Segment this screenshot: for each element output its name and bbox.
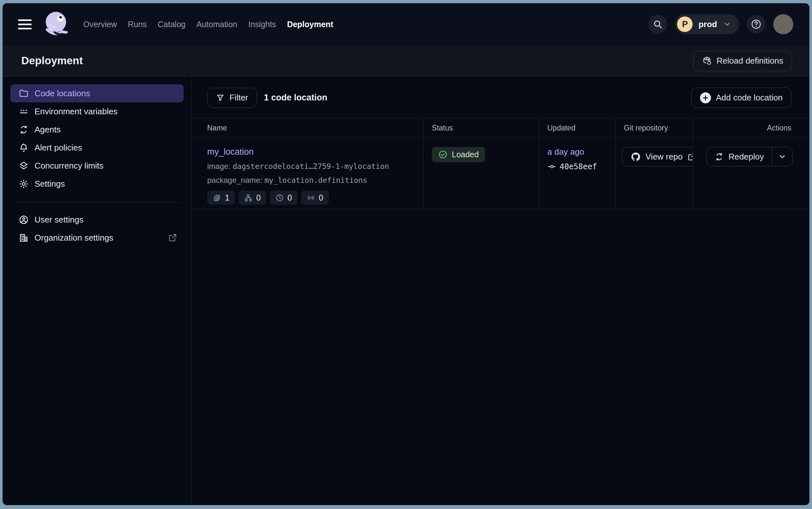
nav-item-overview[interactable]: Overview [83, 20, 117, 29]
deployment-switcher[interactable]: P prod [675, 14, 739, 34]
asset-count-icon [213, 194, 221, 202]
column-header-actions: Actions [693, 118, 809, 137]
reload-definitions-icon [702, 56, 712, 66]
sidebar-item-label: Concurrency limits [35, 161, 104, 171]
column-header-updated: Updated [539, 118, 615, 137]
sidebar-item-concurrency-limits[interactable]: Concurrency limits [10, 157, 184, 175]
sidebar-item-organization-settings[interactable]: Organization settings [10, 229, 184, 247]
sidebar-item-code-locations[interactable]: Code locations [10, 84, 184, 102]
sidebar-item-label: Environment variables [35, 107, 117, 116]
bell-icon [19, 143, 29, 153]
code-location-link[interactable]: my_location [207, 147, 254, 157]
folder-icon [19, 89, 29, 99]
chevron-down-icon [778, 152, 786, 161]
filter-button[interactable]: Filter [207, 88, 257, 108]
add-code-location-button[interactable]: Add code location [691, 88, 791, 108]
sensor-count-badge[interactable]: 0 [301, 191, 329, 205]
filter-label: Filter [229, 93, 248, 103]
package-value: my_location.definitions [264, 176, 367, 184]
nav-item-deployment[interactable]: Deployment [287, 20, 333, 29]
definition-count-badges: 1 0 [207, 191, 423, 205]
redeploy-refresh-icon [714, 152, 724, 162]
sidebar-item-label: Organization settings [35, 233, 113, 243]
page-header: Deployment Reload definitions [3, 45, 809, 76]
schedule-count-badge[interactable]: 0 [270, 191, 298, 205]
sidebar-item-environment-variables[interactable]: Environment variables [10, 102, 184, 121]
deployment-name: prod [698, 20, 717, 29]
top-navigation-bar: Overview Runs Catalog Automation Insight… [3, 3, 809, 45]
main-panel: Filter 1 code location Add code location… [192, 76, 809, 505]
sidebar-divider [13, 202, 181, 202]
sidebar-item-label: User settings [35, 215, 83, 225]
nav-item-automation[interactable]: Automation [196, 20, 237, 29]
package-label: package_name: [207, 176, 262, 184]
filter-icon [216, 93, 225, 102]
cell-name: my_location image: dagstercodelocati…275… [192, 138, 423, 209]
cell-git-repository: View repo [615, 138, 693, 209]
code-locations-table: Name Status Updated Git repository Actio… [192, 118, 809, 209]
redeploy-button[interactable]: Redeploy [707, 147, 772, 166]
plus-circle-icon [700, 92, 711, 103]
reload-definitions-button[interactable]: Reload definitions [693, 51, 792, 71]
help-button[interactable] [747, 15, 766, 34]
layers-icon [19, 161, 29, 171]
column-header-name: Name [192, 118, 423, 137]
nav-item-catalog[interactable]: Catalog [158, 20, 186, 29]
job-count-badge[interactable]: 0 [238, 191, 266, 205]
column-header-status: Status [423, 118, 539, 137]
chevron-down-icon [723, 20, 731, 28]
nav-right-cluster: P prod [649, 14, 793, 34]
code-location-count: 1 code location [264, 93, 328, 103]
sidebar-item-alert-policies[interactable]: Alert policies [10, 139, 184, 157]
asset-count-badge[interactable]: 1 [207, 191, 235, 205]
image-label: image: [207, 162, 230, 171]
sidebar-item-settings[interactable]: Settings [10, 175, 184, 193]
view-repo-button[interactable]: View repo [622, 147, 693, 166]
redeploy-more-button[interactable] [772, 147, 792, 166]
add-code-location-label: Add code location [716, 93, 783, 103]
sensor-count-icon [306, 194, 315, 202]
deployment-sidebar: Code locations Environment variables [3, 76, 192, 505]
env-vars-icon [19, 107, 29, 116]
table-header-row: Name Status Updated Git repository Actio… [192, 118, 809, 138]
check-circle-icon [438, 150, 448, 159]
redeploy-split-button: Redeploy [706, 147, 792, 166]
column-header-git-repository: Git repository [615, 118, 693, 137]
primary-nav: Overview Runs Catalog Automation Insight… [83, 20, 333, 29]
package-meta: package_name: my_location.definitions [207, 176, 423, 185]
redeploy-label: Redeploy [729, 152, 764, 162]
code-locations-toolbar: Filter 1 code location Add code location [192, 88, 809, 108]
sidebar-item-agents[interactable]: Agents [10, 121, 184, 139]
deployment-avatar: P [677, 16, 693, 32]
schedule-count-icon [275, 194, 284, 202]
user-avatar[interactable] [773, 14, 793, 34]
job-count-icon [244, 194, 253, 202]
user-circle-icon [19, 215, 29, 225]
menu-icon[interactable] [18, 20, 32, 29]
external-link-icon [168, 233, 177, 242]
nav-item-insights[interactable]: Insights [248, 20, 276, 29]
sidebar-item-user-settings[interactable]: User settings [10, 211, 184, 229]
updated-time-link[interactable]: a day ago [547, 147, 584, 157]
content-area: Code locations Environment variables [3, 76, 809, 505]
github-icon [631, 152, 641, 162]
gear-icon [19, 179, 29, 189]
nav-item-runs[interactable]: Runs [128, 20, 147, 29]
image-value: dagstercodelocati…2759-1-mylocation [233, 162, 389, 171]
job-count: 0 [256, 193, 261, 203]
sidebar-item-label: Settings [35, 179, 65, 189]
app-window: Overview Runs Catalog Automation Insight… [3, 3, 809, 505]
commit-hash: 40e58eef [560, 162, 597, 171]
sidebar-item-label: Code locations [35, 89, 90, 99]
agents-refresh-icon [19, 125, 29, 135]
dagster-logo-icon [43, 10, 71, 38]
cell-updated: a day ago 40e58eef [539, 138, 615, 209]
search-button[interactable] [649, 15, 667, 34]
cell-actions: Redeploy [693, 138, 809, 209]
external-link-icon [688, 152, 693, 161]
sidebar-item-label: Alert policies [35, 143, 82, 153]
table-row: my_location image: dagstercodelocati…275… [192, 138, 809, 209]
page-title: Deployment [21, 55, 83, 67]
commit-info: 40e58eef [547, 162, 615, 171]
image-meta: image: dagstercodelocati…2759-1-mylocati… [207, 162, 423, 171]
